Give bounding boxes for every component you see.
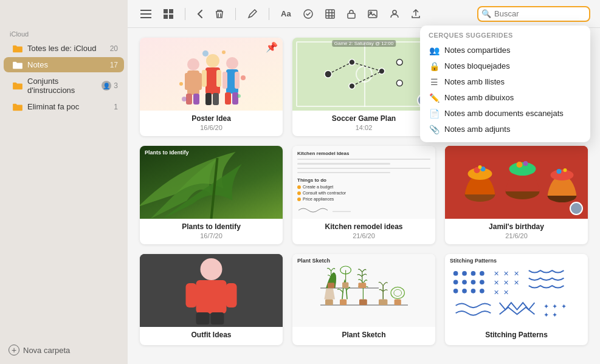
svg-point-89 [453,271,458,276]
svg-point-36 [241,75,246,80]
svg-point-91 [471,271,476,276]
svg-point-40 [237,94,241,98]
media-button[interactable] [365,7,381,21]
svg-rect-4 [169,9,173,13]
photo-icon [368,10,378,18]
note-info-birthday: Jamil's birthday 21/6/20 [445,219,588,244]
svg-point-23 [206,54,219,67]
note-thumbnail-stitching: Stitching Patterns [445,254,588,327]
search-wrapper: 🔍 Cerques suggerides 👥 Notes compartides… [477,6,590,22]
plants-illustration [140,146,283,219]
svg-line-49 [352,71,382,86]
checklist-button[interactable] [300,7,316,21]
sidebar-item-deleted[interactable]: Eliminat fa poc 1 [4,99,124,114]
sidebar-bottom: + Nova carpeta [0,338,128,364]
note-card-plant-sketch[interactable]: Plant Sketch [292,254,435,345]
svg-rect-3 [164,9,168,13]
svg-point-39 [182,97,187,101]
table-icon [325,9,335,19]
format-button[interactable]: Aa [278,7,294,21]
svg-point-84 [393,289,401,296]
folder-icon-instructions [12,81,23,90]
svg-text:✕: ✕ [503,279,509,286]
dropdown-item-lists[interactable]: ☰ Notes amb llistes [420,74,590,90]
note-date-kitchen: 21/6/20 [297,232,430,239]
lock-button[interactable] [344,7,359,21]
toolbar: Aa 🔍 Cerques suggerides 👥 [128,0,600,28]
svg-rect-74 [196,312,210,325]
note-card-birthday[interactable]: Jamil's birthday [445,146,588,244]
note-date-plants: 16/7/20 [145,232,278,239]
share-person-button[interactable] [387,7,402,21]
note-card-soccer[interactable]: Game 2: Saturday @ 12:00 [292,38,435,136]
svg-text:✕: ✕ [494,279,499,286]
dropdown-item-drawings[interactable]: ✏️ Notes amb dibuixos [420,90,590,106]
lock-icon [347,9,356,19]
svg-point-29 [226,57,238,69]
toolbar-divider-2 [235,8,236,20]
note-card-kitchen[interactable]: Kitchen remodel Ideas Things to do Creat… [292,146,435,244]
kitchen-check-3: Price appliances [297,197,334,201]
new-folder-button[interactable]: + Nova carpeta [9,345,70,355]
note-card-outfit[interactable]: Outfit Ideas Outfit Ideas [140,254,283,345]
svg-rect-19 [185,73,190,90]
back-button[interactable] [194,7,206,21]
svg-text:✦: ✦ [561,303,567,310]
stitching-label: Stitching Patterns [450,258,497,264]
table-button[interactable] [322,7,338,21]
note-info-outfit: Outfit Ideas [140,327,283,345]
svg-rect-71 [196,280,227,314]
svg-point-17 [187,58,199,70]
svg-rect-26 [216,70,221,87]
person-icon [390,9,399,19]
kitchen-check-2: Consult with contractor [297,191,346,195]
compose-button[interactable] [244,7,260,21]
note-title-kitchen: Kitchen remodel ideas [297,222,430,231]
svg-rect-6 [169,15,173,19]
kitchen-line-4 [297,172,390,173]
note-thumbnail-plant-sketch: Plant Sketch [292,254,435,327]
svg-text:✕: ✕ [514,279,519,286]
dropdown-item-shared[interactable]: 👥 Notes compartides [420,43,590,58]
sidebar-item-instructions[interactable]: Conjunts d'instruccions 👤 3 [4,74,124,98]
sidebar: iCloud Totes les de: iCloud 20 Notes 17 … [0,0,128,364]
note-info-soccer: Soccer Game Plan 14:02 [292,111,435,136]
kitchen-signature-area [297,203,351,214]
delete-button[interactable] [212,7,227,21]
kitchen-title: Kitchen remodel Ideas [297,151,349,156]
note-info-plants: Plants to Identify 16/7/20 [140,219,283,244]
checklist-icon [303,9,313,19]
kitchen-things-label: Things to do [297,177,326,183]
upload-button[interactable] [409,7,423,21]
note-info-poster: Poster Idea 16/6/20 [140,111,283,136]
note-title-plants: Plants to Identify [145,222,278,231]
grid-view-button[interactable] [160,7,176,21]
svg-point-37 [202,50,209,57]
note-thumbnail-outfit: Outfit Ideas [140,254,283,327]
svg-rect-20 [197,73,202,90]
note-thumbnail-birthday: Jamil's birthday [445,146,588,219]
note-card-stitching[interactable]: Stitching Patterns [445,254,588,345]
note-card-plants[interactable]: Plants to Identify Plants to Identify 16… [140,146,283,244]
svg-rect-27 [205,93,212,105]
pin-icon: 📌 [266,41,278,53]
dropdown-item-attachments[interactable]: 📎 Notes amb adjunts [420,122,590,137]
kitchen-line-1 [297,159,430,160]
sidebar-item-all[interactable]: Totes les de: iCloud 20 [4,41,124,56]
soccer-play-diagram [292,38,435,111]
list-icon: ☰ [429,77,440,87]
svg-rect-8 [326,10,334,18]
svg-rect-1 [140,13,151,15]
note-card-poster-idea[interactable]: 📌 Poster Idea 16/6/20 [140,38,283,136]
sidebar-item-notes[interactable]: Notes 17 [4,57,124,72]
svg-point-94 [462,280,467,285]
format-label: Aa [281,9,291,18]
kitchen-item-1: Create a budget [303,185,333,189]
dropdown-item-locked[interactable]: 🔒 Notes bloquejades [420,58,590,74]
svg-point-99 [471,289,476,294]
list-view-button[interactable] [137,7,154,21]
search-input[interactable] [477,6,590,22]
svg-rect-78 [325,299,333,305]
dropdown-item-scanned[interactable]: 📄 Notes amb documents escanejats [420,106,590,122]
svg-point-96 [480,280,484,285]
